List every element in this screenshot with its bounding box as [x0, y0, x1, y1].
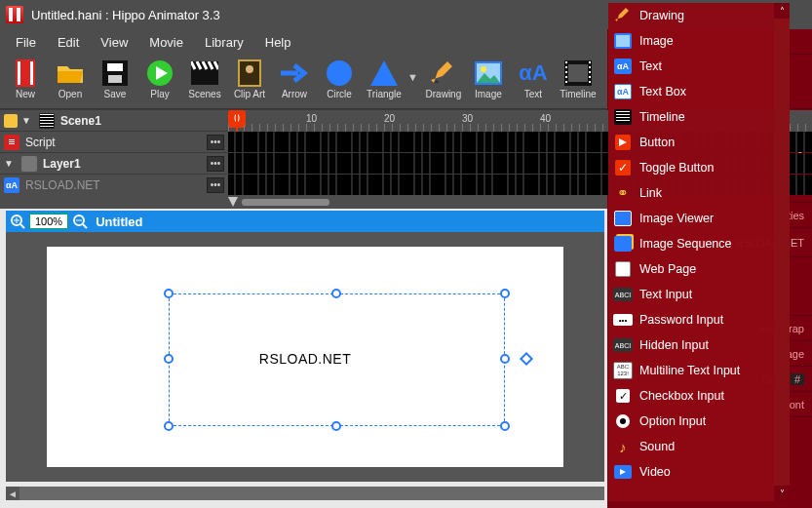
chk-icon: ✓ [614, 387, 632, 405]
handle-sw[interactable] [164, 421, 174, 431]
text-icon: αA [520, 59, 547, 87]
arrow-button[interactable]: Arrow [273, 59, 316, 107]
stage-viewport[interactable]: RSLOAD.NET [6, 232, 604, 482]
stage-panel: 100% Untitled RSLOAD.NET [6, 211, 604, 482]
menu-edit[interactable]: Edit [48, 32, 89, 53]
context-item-sound[interactable]: ♪Sound [608, 434, 790, 459]
svg-rect-22 [565, 81, 567, 83]
check-icon: ✓ [614, 159, 632, 176]
menu-view[interactable]: View [91, 32, 137, 53]
context-item-link[interactable]: ⚭Link [608, 180, 790, 206]
handle-n[interactable] [331, 289, 341, 298]
image-button[interactable]: Image [467, 59, 510, 107]
context-item-text-input[interactable]: ABCIText Input [608, 282, 790, 307]
context-item-toggle-button[interactable]: ✓Toggle Button [608, 155, 790, 180]
web-icon [614, 260, 632, 278]
stage-hscrollbar[interactable]: ◄ [6, 487, 604, 500]
open-button[interactable]: Open [49, 59, 92, 107]
context-item-timeline[interactable]: Timeline [608, 104, 790, 130]
svg-line-33 [20, 224, 24, 228]
text-button[interactable]: αAText [512, 59, 555, 107]
scroll-left-icon[interactable]: ◄ [6, 487, 19, 500]
context-item-video[interactable]: Video [608, 459, 790, 485]
text-item-label[interactable]: RSLOAD.NET [25, 178, 207, 192]
svg-rect-17 [568, 64, 588, 82]
script-icon [4, 135, 19, 150]
canvas[interactable]: RSLOAD.NET [47, 247, 563, 467]
expand-toggle[interactable]: ▼ [21, 115, 31, 126]
context-item-password-input[interactable]: •••Password Input [608, 307, 790, 332]
circle-icon [326, 59, 353, 87]
arrow-icon [281, 59, 308, 87]
circle-button[interactable]: Circle [318, 59, 361, 107]
pencil-icon [614, 7, 632, 24]
triangle-button[interactable]: Triangle [363, 59, 406, 107]
overflow-caret[interactable]: ▼ [407, 71, 418, 83]
script-options[interactable]: ••• [207, 135, 224, 150]
svg-rect-1 [18, 61, 20, 85]
timeline-button[interactable]: Timeline [557, 59, 599, 107]
insert-context-menu: DrawingImageαATextαAText BoxTimelineButt… [608, 3, 790, 501]
layer-options[interactable]: ••• [207, 156, 224, 172]
playhead[interactable] [236, 110, 238, 132]
timeline-scroll-thumb[interactable] [242, 199, 329, 206]
svg-rect-25 [589, 71, 591, 73]
selection-box[interactable] [169, 293, 505, 426]
context-item-option-input[interactable]: Option Input [608, 409, 790, 434]
video-icon [614, 463, 632, 481]
text-item-options[interactable]: ••• [207, 177, 224, 193]
svg-rect-27 [589, 81, 591, 83]
context-item-text[interactable]: αAText [608, 54, 790, 79]
save-button[interactable]: Save [94, 59, 136, 107]
new-button[interactable]: New [4, 59, 47, 107]
clipart-button[interactable]: Clip Art [228, 59, 271, 107]
handle-ne[interactable] [500, 289, 510, 298]
layer-expand-toggle[interactable]: ▼ [4, 158, 14, 169]
context-item-image-sequence[interactable]: Image Sequence [608, 231, 790, 256]
scene-label[interactable]: Scene1 [60, 114, 228, 128]
zoom-in-icon[interactable] [10, 214, 25, 229]
context-item-multiline-text-input[interactable]: ABC123!Multiline Text Input [608, 358, 790, 383]
svg-rect-19 [565, 66, 567, 68]
scroll-down-icon[interactable]: ˅ [774, 486, 790, 501]
context-item-web-page[interactable]: Web Page [608, 256, 790, 282]
svg-rect-21 [565, 76, 567, 78]
handle-s[interactable] [331, 421, 341, 431]
scenes-button[interactable]: Scenes [183, 59, 226, 107]
handle-e[interactable] [500, 354, 510, 364]
handle-se[interactable] [500, 421, 510, 431]
svg-rect-2 [30, 61, 33, 85]
window-title: Untitled.hani : Hippo Animator 3.3 [31, 8, 220, 22]
sound-icon: ♪ [614, 438, 632, 455]
play-button[interactable]: Play [138, 59, 181, 107]
svg-rect-18 [565, 61, 567, 63]
context-item-image-viewer[interactable]: Image Viewer [608, 206, 790, 231]
svg-rect-29 [9, 139, 15, 140]
menu-file[interactable]: File [6, 32, 46, 53]
zoom-input[interactable]: 100% [29, 214, 68, 229]
abc123-icon: ABC123! [614, 362, 632, 379]
context-item-drawing[interactable]: Drawing [608, 3, 790, 28]
script-label[interactable]: Script [25, 136, 207, 149]
context-item-button[interactable]: Button [608, 130, 790, 155]
handle-nw[interactable] [164, 289, 174, 298]
context-item-hidden-input[interactable]: ABCIHidden Input [608, 332, 790, 358]
menu-help[interactable]: Help [255, 32, 301, 53]
context-menu-scrollbar[interactable]: ˄ ˅ [774, 3, 790, 501]
menu-movie[interactable]: Movie [139, 32, 193, 53]
context-item-image[interactable]: Image [608, 28, 790, 54]
menu-library[interactable]: Library [195, 32, 253, 53]
app-icon [6, 6, 23, 23]
context-item-checkbox-input[interactable]: ✓Checkbox Input [608, 383, 790, 409]
zoom-out-icon[interactable] [72, 214, 88, 229]
svg-rect-4 [107, 63, 123, 71]
triangle-icon [370, 59, 398, 87]
pwd-icon: ••• [614, 311, 632, 329]
drawing-button[interactable]: Drawing [422, 59, 465, 107]
layer-label[interactable]: Layer1 [43, 157, 207, 171]
handle-w[interactable] [164, 354, 174, 364]
stage-title: Untitled [96, 215, 142, 229]
scroll-up-icon[interactable]: ˄ [774, 3, 790, 19]
context-item-text-box[interactable]: αAText Box [608, 79, 790, 104]
svg-rect-7 [191, 67, 218, 85]
